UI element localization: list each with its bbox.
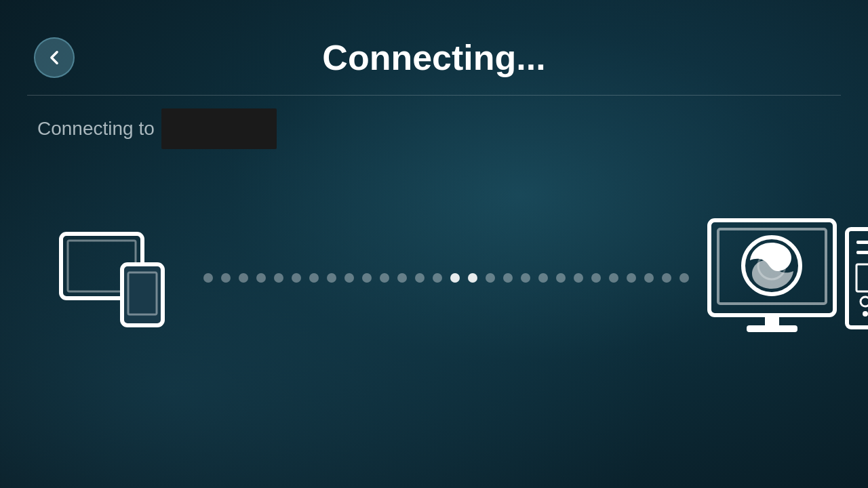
- client-devices-icon: [54, 224, 190, 332]
- connection-animation: [54, 203, 814, 352]
- page-title: Connecting...: [0, 37, 868, 78]
- server-svg: [706, 217, 868, 339]
- svg-rect-13: [856, 251, 868, 254]
- connection-dot: [574, 273, 583, 283]
- connection-dot: [486, 273, 495, 283]
- connection-dot: [203, 273, 213, 283]
- svg-point-16: [863, 311, 868, 317]
- server-icon: [703, 217, 868, 339]
- connection-dot: [309, 273, 319, 283]
- connection-dot: [609, 273, 618, 283]
- connection-dot: [662, 273, 671, 283]
- connection-dot: [468, 273, 477, 283]
- connection-dot: [256, 273, 266, 283]
- connection-dot: [503, 273, 513, 283]
- connection-dot: [415, 273, 425, 283]
- svg-point-15: [861, 297, 868, 306]
- connection-dot: [221, 273, 231, 283]
- connection-dot: [433, 273, 442, 283]
- connection-dot: [556, 273, 566, 283]
- connection-dot: [239, 273, 248, 283]
- connection-dot: [344, 273, 354, 283]
- connection-dots: [190, 273, 703, 283]
- connecting-to-label: Connecting to: [37, 118, 155, 140]
- connection-dot: [380, 273, 389, 283]
- connection-dot: [397, 273, 407, 283]
- connection-dot: [679, 273, 689, 283]
- connection-dot: [362, 273, 372, 283]
- connection-dot: [274, 273, 283, 283]
- connecting-to-row: Connecting to: [37, 108, 277, 149]
- connection-dot: [644, 273, 654, 283]
- header-divider: [27, 95, 841, 96]
- connection-dot: [627, 273, 636, 283]
- svg-rect-8: [747, 325, 797, 332]
- connection-dot: [450, 273, 460, 283]
- svg-rect-14: [856, 264, 868, 291]
- hostname-redacted: [161, 108, 277, 149]
- connection-dot: [591, 273, 601, 283]
- svg-rect-12: [856, 241, 868, 244]
- connection-dot: [538, 273, 548, 283]
- connection-dot: [327, 273, 336, 283]
- connection-dot: [292, 273, 301, 283]
- client-devices-svg: [58, 224, 186, 332]
- connection-dot: [521, 273, 530, 283]
